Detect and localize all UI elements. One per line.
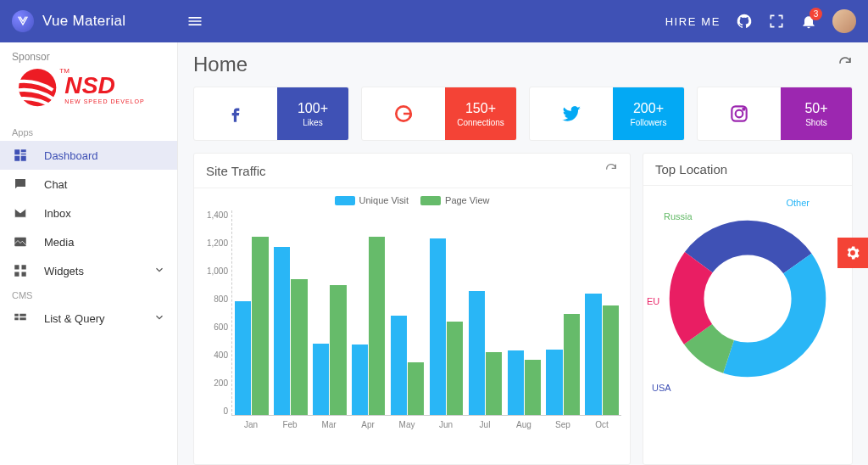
donut-chart [667, 218, 828, 379]
svg-rect-11 [22, 266, 26, 270]
svg-text:NSD: NSD [64, 72, 114, 98]
legend-swatch-pageview [420, 196, 441, 205]
list-icon [12, 311, 29, 326]
stat-label: Connections [457, 118, 504, 127]
donut-label-usa: USA [652, 383, 671, 393]
donut-label-other: Other [786, 198, 810, 208]
y-axis: 1,4001,2001,0008006004002000 [203, 210, 231, 429]
stat-cards-row: 100+ Likes 150+ Connections 200+ [193, 87, 853, 141]
brand-zone: Vue Material [0, 10, 178, 32]
theme-settings-button[interactable] [837, 238, 868, 268]
topbar: Vue Material HIRE ME 3 [0, 0, 868, 42]
svg-rect-13 [22, 272, 26, 277]
brand-logo-icon [12, 10, 34, 32]
sidebar-item-list-query[interactable]: List & Query [0, 304, 177, 333]
donut-label-russia: Russia [664, 211, 693, 221]
nav-group-cms: CMS [0, 285, 177, 304]
sidebar-item-label: Widgets [44, 265, 84, 277]
github-icon[interactable] [736, 13, 753, 30]
user-avatar[interactable] [832, 9, 856, 33]
chevron-down-icon [153, 311, 165, 326]
top-location-panel: Top Location Other Russia [643, 153, 853, 465]
svg-text:TM: TM [59, 67, 70, 75]
svg-rect-5 [21, 150, 26, 153]
stat-value-box: 200+ Followers [613, 87, 684, 140]
stat-card-google[interactable]: 150+ Connections [361, 87, 517, 141]
sidebar-item-label: Chat [44, 178, 67, 191]
donut-top-labels: Other Russia [652, 198, 843, 215]
sidebar-item-label: Dashboard [44, 149, 98, 162]
sidebar-item-dashboard[interactable]: Dashboard [0, 141, 177, 170]
menu-toggle-button[interactable] [178, 13, 212, 30]
brand-title: Vue Material [42, 13, 125, 30]
svg-point-21 [743, 109, 744, 110]
facebook-icon [194, 87, 277, 140]
svg-rect-7 [14, 156, 19, 161]
mail-icon [12, 205, 29, 221]
fullscreen-icon[interactable] [768, 13, 785, 30]
stat-value-box: 100+ Likes [277, 87, 348, 140]
page-refresh-button[interactable] [837, 55, 853, 74]
svg-rect-6 [21, 154, 26, 155]
stat-number: 150+ [465, 101, 496, 116]
hire-me-button[interactable]: HIRE ME [665, 15, 721, 28]
legend-swatch-unique [335, 196, 355, 205]
twitter-icon [530, 87, 613, 140]
instagram-icon [698, 87, 781, 140]
sidebar-item-label: Inbox [44, 207, 71, 220]
panel-title: Site Traffic [206, 164, 266, 178]
svg-point-20 [736, 110, 743, 118]
stat-value-box: 150+ Connections [445, 87, 516, 140]
svg-rect-17 [19, 318, 26, 321]
page-title: Home [193, 53, 248, 76]
stat-card-instagram[interactable]: 50+ Shots [697, 87, 853, 141]
panel-refresh-button[interactable] [604, 162, 618, 179]
stat-number: 200+ [633, 101, 664, 116]
x-axis: JanFebMarAprMayJunJulAugSepOct [231, 420, 621, 429]
chevron-down-icon [153, 264, 165, 278]
svg-rect-4 [14, 150, 19, 155]
svg-text:NEW SPEED DEVELOP: NEW SPEED DEVELOP [64, 98, 144, 104]
sidebar-item-chat[interactable]: Chat [0, 170, 177, 199]
stat-number: 50+ [804, 101, 827, 116]
sidebar-item-inbox[interactable]: Inbox [0, 199, 177, 227]
site-traffic-panel: Site Traffic Unique Visit Page View 1,40… [193, 153, 631, 465]
legend-label-unique: Unique Visit [359, 195, 409, 205]
legend-label-pageview: Page View [445, 195, 489, 205]
bar-chart: 1,4001,2001,0008006004002000 JanFebMarAp… [203, 210, 621, 429]
donut-label-eu: EU [647, 296, 659, 306]
svg-rect-10 [14, 266, 19, 270]
svg-rect-8 [21, 156, 26, 161]
bars-container [232, 210, 621, 415]
sidebar-item-label: Media [44, 236, 74, 249]
media-icon [12, 234, 29, 249]
svg-rect-16 [14, 318, 19, 321]
widgets-icon [12, 263, 29, 278]
svg-rect-14 [14, 314, 19, 317]
stat-label: Shots [805, 118, 827, 127]
notification-badge: 3 [810, 8, 822, 20]
sidebar: Sponsor NSD NEW SPEED DEVELOP TM Apps Da… [0, 42, 178, 465]
stat-card-facebook[interactable]: 100+ Likes [193, 87, 349, 141]
svg-rect-15 [19, 314, 26, 317]
stat-label: Followers [631, 118, 667, 127]
sidebar-item-label: List & Query [44, 312, 105, 325]
panel-title: Top Location [655, 162, 727, 176]
chart-legend: Unique Visit Page View [203, 195, 621, 205]
google-icon [362, 87, 445, 140]
notifications-button[interactable]: 3 [800, 13, 817, 30]
donut-bottom-labels: USA [652, 383, 843, 396]
svg-rect-12 [14, 272, 19, 277]
nav-group-apps: Apps [0, 122, 177, 141]
sponsor-label: Sponsor [0, 42, 177, 64]
dashboard-icon [12, 148, 29, 163]
sponsor-logo[interactable]: NSD NEW SPEED DEVELOP TM [0, 64, 177, 122]
stat-value-box: 50+ Shots [781, 87, 852, 140]
chat-icon [12, 176, 29, 192]
sidebar-item-media[interactable]: Media [0, 227, 177, 256]
stat-number: 100+ [298, 101, 328, 116]
sidebar-item-widgets[interactable]: Widgets [0, 256, 177, 285]
stat-card-twitter[interactable]: 200+ Followers [529, 87, 685, 141]
plot-area [231, 210, 621, 416]
stat-label: Likes [303, 118, 322, 127]
